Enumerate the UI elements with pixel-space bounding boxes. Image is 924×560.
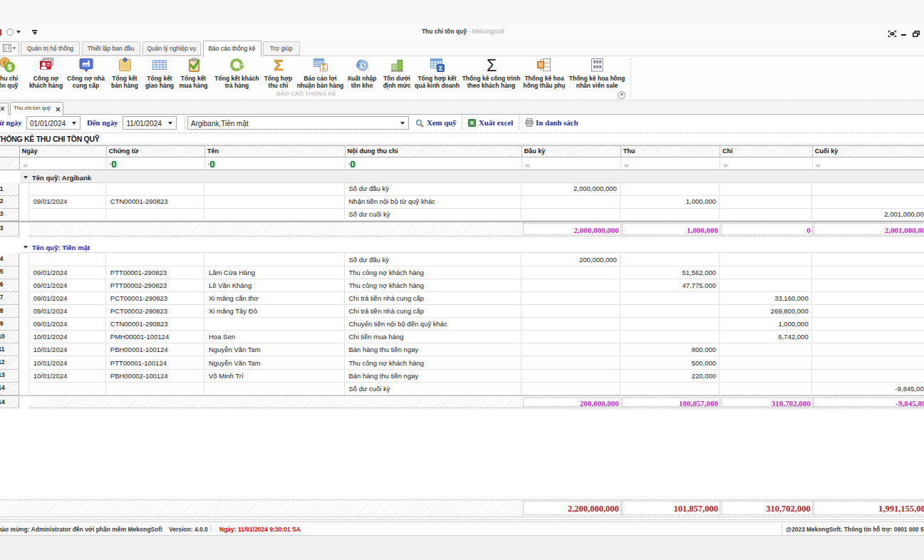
svg-text:Σ: Σ [321, 63, 326, 71]
svg-text:Σ: Σ [438, 64, 442, 72]
svg-text:Σ: Σ [486, 57, 496, 73]
svg-text:$: $ [8, 63, 12, 71]
svg-text:Σ: Σ [274, 57, 283, 73]
